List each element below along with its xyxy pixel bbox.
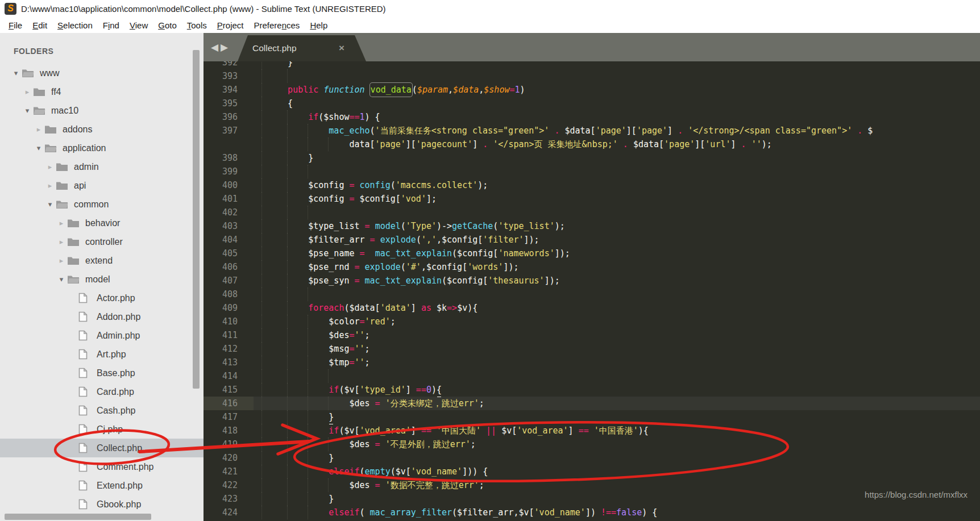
code-line-419[interactable]: 419$des = '不是外剧，跳过err';: [204, 437, 980, 451]
tree-folder-extend[interactable]: ▸ extend: [0, 251, 204, 270]
code-line-399[interactable]: 399: [204, 165, 980, 178]
chevron-right-icon[interactable]: ▸: [44, 181, 56, 190]
tree-file-cj-php[interactable]: Cj.php: [0, 420, 204, 439]
code-line-402[interactable]: 402: [204, 206, 980, 219]
tree-folder-controller[interactable]: ▸ controller: [0, 232, 204, 251]
line-number: 409: [204, 301, 254, 315]
code-line-410[interactable]: 410$color='red';: [204, 315, 980, 328]
sidebar-vertical-scrollbar[interactable]: [193, 50, 200, 389]
chevron-right-icon[interactable]: ▸: [33, 125, 44, 134]
tree-item-label: Gbook.php: [97, 499, 141, 510]
chevron-right-icon[interactable]: ▸: [56, 256, 67, 265]
code-line-404[interactable]: 404$filter_arr = explode(',',$config['fi…: [204, 233, 980, 247]
tree-folder-mac10[interactable]: ▾ mac10: [0, 101, 204, 120]
file-icon: [78, 424, 93, 435]
tree-file-addon-php[interactable]: Addon.php: [0, 307, 204, 326]
code-line-412[interactable]: 412$msg='';: [204, 342, 980, 356]
menu-project[interactable]: Project: [212, 19, 249, 31]
chevron-right-icon[interactable]: ▸: [44, 162, 56, 171]
code-line-396[interactable]: 396if($show==1) {: [204, 110, 980, 124]
code-line-398[interactable]: 398}: [204, 151, 980, 165]
code-line-400[interactable]: 400$config = config('maccms.collect');: [204, 178, 980, 192]
menu-edit[interactable]: Edit: [27, 19, 52, 31]
line-number: 424: [204, 506, 254, 519]
tree-file-base-php[interactable]: Base.php: [0, 364, 204, 382]
nav-forward-icon[interactable]: ▶: [221, 41, 228, 53]
tree-item-label: Actor.php: [97, 293, 135, 303]
code-line-420[interactable]: 420}: [204, 451, 980, 465]
code-text: elseif(empty($v['vod_name'])) {: [261, 465, 980, 478]
tree-folder-model[interactable]: ▾ model: [0, 270, 204, 289]
tree-item-label: addons: [63, 124, 93, 135]
code-line-409[interactable]: 409foreach($data['data'] as $k=>$v){: [204, 301, 980, 315]
code-line-395[interactable]: 395{: [204, 97, 980, 110]
code-line-411[interactable]: 411$des='';: [204, 328, 980, 342]
code-line-403[interactable]: 403$type_list = model('Type')->getCache(…: [204, 219, 980, 233]
menu-find[interactable]: Find: [98, 19, 124, 31]
chevron-right-icon[interactable]: ▸: [56, 219, 67, 227]
tab-collect-php[interactable]: Collect.php ×: [238, 35, 366, 61]
code-line-406[interactable]: 406$pse_rnd = explode('#',$config['words…: [204, 260, 980, 274]
menu-tools[interactable]: Tools: [182, 19, 212, 31]
nav-back-icon[interactable]: ◀: [211, 41, 218, 53]
editor-pane[interactable]: ◀ ▶ Collect.php × 392}393394public funct…: [204, 33, 980, 521]
chevron-down-icon[interactable]: ▾: [22, 106, 33, 115]
code-line-424[interactable]: 424elseif( mac_array_filter($filter_arr,…: [204, 506, 980, 519]
code-line-394[interactable]: 394public function vod_data($param,$data…: [204, 83, 980, 97]
code-text: foreach($data['data'] as $k=>$v){: [261, 301, 980, 315]
tree-file-collect-php[interactable]: Collect.php: [0, 439, 204, 457]
chevron-right-icon[interactable]: ▸: [56, 237, 67, 246]
menu-selection[interactable]: Selection: [52, 19, 98, 31]
menu-file[interactable]: File: [3, 19, 27, 31]
code-line-wrap[interactable]: data['page']['pagecount'] . '</span>页 采集…: [204, 137, 980, 151]
code-line-417[interactable]: 417}: [204, 410, 980, 424]
tree-file-art-php[interactable]: Art.php: [0, 345, 204, 364]
code-text: if($v['vod_area'] == '中国大陆' || $v['vod_a…: [261, 424, 980, 437]
code-line-408[interactable]: 408: [204, 287, 980, 301]
code-line-407[interactable]: 407$pse_syn = mac_txt_explain($config['t…: [204, 274, 980, 287]
tree-folder-addons[interactable]: ▸ addons: [0, 120, 204, 139]
tree-folder-common[interactable]: ▾ common: [0, 195, 204, 214]
tree-file-card-php[interactable]: Card.php: [0, 382, 204, 401]
code-line-423[interactable]: 423}: [204, 492, 980, 506]
tree-file-extend-php[interactable]: Extend.php: [0, 476, 204, 495]
menu-help[interactable]: Help: [305, 19, 333, 31]
tree-folder-ff4[interactable]: ▸ ff4: [0, 82, 204, 101]
chevron-down-icon[interactable]: ▾: [44, 200, 56, 209]
code-line-405[interactable]: 405$pse_name = mac_txt_explain($config['…: [204, 247, 980, 260]
menu-bar: FileEditSelectionFindViewGotoToolsProjec…: [0, 17, 980, 33]
tab-close-icon[interactable]: ×: [339, 43, 344, 54]
chevron-down-icon[interactable]: ▾: [10, 69, 22, 77]
tree-file-cash-php[interactable]: Cash.php: [0, 401, 204, 420]
tree-folder-www[interactable]: ▾ www: [0, 64, 204, 82]
menu-goto[interactable]: Goto: [153, 19, 182, 31]
tree-file-comment-php[interactable]: Comment.php: [0, 457, 204, 476]
folder-icon: [67, 218, 82, 228]
code-line-422[interactable]: 422$des = '数据不完整，跳过err';: [204, 478, 980, 492]
sidebar-horizontal-scrollbar[interactable]: [5, 514, 151, 520]
code-text: $pse_rnd = explode('#',$config['words'])…: [261, 260, 980, 274]
tree-folder-admin[interactable]: ▸ admin: [0, 157, 204, 176]
code-area[interactable]: 392}393394public function vod_data($para…: [204, 56, 980, 519]
code-line-413[interactable]: 413$tmp='';: [204, 356, 980, 369]
tree-file-actor-php[interactable]: Actor.php: [0, 289, 204, 307]
code-text: [261, 165, 980, 178]
code-line-397[interactable]: 397mac_echo('当前采集任务<strong class="green"…: [204, 124, 980, 137]
code-line-415[interactable]: 415if($v['type_id'] ==0){: [204, 383, 980, 397]
chevron-down-icon[interactable]: ▾: [33, 144, 44, 152]
code-line-416[interactable]: 416$des = '分类未绑定，跳过err';: [204, 397, 980, 410]
tree-file-admin-php[interactable]: Admin.php: [0, 326, 204, 345]
chevron-right-icon[interactable]: ▸: [22, 87, 33, 96]
tree-file-gbook-php[interactable]: Gbook.php: [0, 495, 204, 514]
menu-preferences[interactable]: Preferences: [248, 19, 305, 31]
code-line-414[interactable]: 414: [204, 369, 980, 383]
tree-folder-api[interactable]: ▸ api: [0, 176, 204, 195]
tree-folder-application[interactable]: ▾ application: [0, 139, 204, 157]
code-line-418[interactable]: 418if($v['vod_area'] == '中国大陆' || $v['vo…: [204, 424, 980, 437]
code-line-421[interactable]: 421elseif(empty($v['vod_name'])) {: [204, 465, 980, 478]
code-line-393[interactable]: 393: [204, 69, 980, 83]
chevron-down-icon[interactable]: ▾: [56, 275, 67, 284]
tree-folder-behavior[interactable]: ▸ behavior: [0, 214, 204, 232]
menu-view[interactable]: View: [124, 19, 153, 31]
code-line-401[interactable]: 401$config = $config['vod'];: [204, 192, 980, 206]
